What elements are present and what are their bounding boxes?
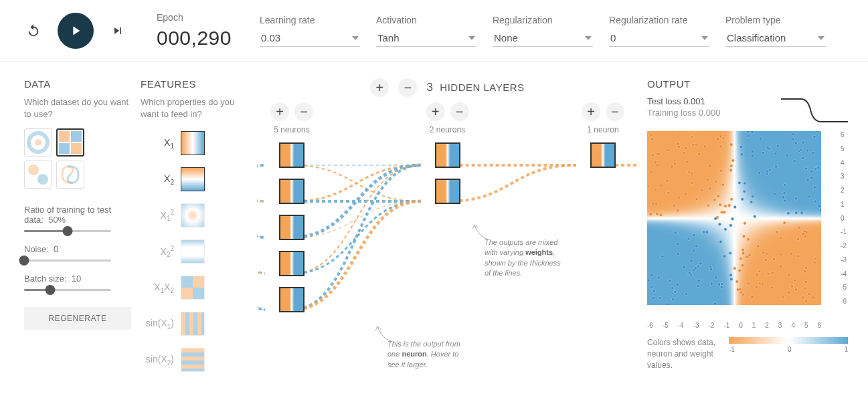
layer-remove-neuron[interactable]: − bbox=[606, 102, 624, 121]
colorbar-section: Colors shows data, neuron and weight val… bbox=[647, 337, 848, 371]
svg-rect-3 bbox=[71, 131, 82, 142]
add-layer-button[interactable]: + bbox=[370, 78, 389, 97]
feature-1[interactable]: X2 bbox=[141, 165, 248, 194]
callout-neuron: This is the output from one neuron. Hove… bbox=[387, 339, 468, 370]
colorbar-label: Colors shows data, neuron and weight val… bbox=[647, 337, 721, 371]
param-regularization: Regularization None bbox=[493, 15, 593, 47]
play-icon bbox=[68, 23, 83, 38]
feature-2[interactable]: X12 bbox=[141, 201, 248, 230]
reset-button[interactable] bbox=[24, 21, 43, 40]
dataset-circle[interactable] bbox=[24, 128, 52, 157]
features-subtitle: Which properties do you want to feed in? bbox=[141, 96, 248, 120]
param-problem-type: Problem type Classification bbox=[725, 15, 826, 47]
layer-1: + − 2 neurons bbox=[426, 102, 469, 323]
dropdown-1[interactable]: Tanh bbox=[376, 29, 476, 47]
step-icon bbox=[111, 24, 124, 37]
network-column: + − 3HIDDEN LAYERS + − 5 neurons + − 2 n… bbox=[257, 78, 638, 381]
chevron-down-icon bbox=[818, 36, 824, 40]
output-column: OUTPUT Test loss 0.001 Training loss 0.0… bbox=[647, 78, 848, 381]
dropdown-4[interactable]: Classification bbox=[725, 29, 826, 47]
svg-point-6 bbox=[28, 165, 39, 175]
batch-label: Batch size: 10 bbox=[24, 274, 131, 284]
callout-weights: The outputs are mixed with varying weigh… bbox=[485, 237, 565, 279]
neuron-0-2[interactable] bbox=[279, 215, 305, 240]
feature-label: sin(X1) bbox=[141, 318, 174, 330]
callout-arrow-icon bbox=[374, 324, 394, 344]
ratio-slider[interactable] bbox=[24, 230, 111, 232]
network-header: + − 3HIDDEN LAYERS bbox=[257, 78, 638, 97]
regenerate-button[interactable]: REGENERATE bbox=[24, 307, 131, 330]
epoch-label: Epoch bbox=[157, 12, 244, 23]
svg-point-1 bbox=[35, 139, 41, 146]
feature-3[interactable]: X22 bbox=[141, 237, 248, 266]
feature-thumb bbox=[181, 131, 205, 155]
feature-thumb bbox=[181, 239, 205, 264]
dropdown-2[interactable]: None bbox=[493, 29, 593, 47]
feature-5[interactable]: sin(X1) bbox=[141, 309, 248, 338]
batch-slider[interactable] bbox=[24, 289, 111, 291]
chevron-down-icon bbox=[468, 36, 475, 40]
loss-curve bbox=[781, 96, 848, 124]
neuron-2-0[interactable] bbox=[590, 142, 616, 168]
neuron-0-0[interactable] bbox=[279, 142, 305, 168]
layer-add-neuron[interactable]: + bbox=[270, 102, 289, 121]
step-button[interactable] bbox=[108, 21, 127, 40]
chevron-down-icon bbox=[701, 36, 708, 40]
layer-add-neuron[interactable]: + bbox=[582, 102, 600, 121]
dataset-spiral[interactable] bbox=[56, 161, 84, 189]
feature-thumb bbox=[181, 312, 205, 336]
svg-rect-4 bbox=[59, 143, 70, 154]
reset-icon bbox=[26, 23, 41, 38]
neuron-0-1[interactable] bbox=[279, 179, 305, 204]
dropdown-3[interactable]: 0 bbox=[609, 29, 709, 47]
svg-point-7 bbox=[37, 174, 48, 185]
data-subtitle: Which dataset do you want to use? bbox=[24, 96, 131, 120]
neuron-0-3[interactable] bbox=[279, 251, 305, 276]
layer-2: + − 1 neuron bbox=[582, 102, 624, 323]
output-heatmap: 6543210-1-2-3-4-5-6 -6-5-4-3-2-10123456 bbox=[647, 131, 835, 318]
layer-add-neuron[interactable]: + bbox=[426, 102, 445, 121]
param-learning-rate: Learning rate 0.03 bbox=[260, 15, 360, 47]
param-regularization-rate: Regularization rate 0 bbox=[609, 15, 709, 47]
dataset-gauss[interactable] bbox=[24, 161, 52, 189]
feature-label: X12 bbox=[141, 209, 174, 222]
feature-label: sin(X2) bbox=[141, 354, 174, 367]
noise-slider[interactable] bbox=[24, 260, 111, 262]
layer-neuron-count: 1 neuron bbox=[587, 125, 618, 134]
feature-thumb bbox=[181, 203, 205, 227]
epoch-value: 000,290 bbox=[157, 27, 244, 49]
feature-thumb bbox=[181, 276, 205, 300]
param-activation: Activation Tanh bbox=[376, 15, 476, 47]
dataset-xor[interactable] bbox=[56, 128, 84, 157]
neuron-0-4[interactable] bbox=[279, 287, 305, 312]
heatmap-canvas[interactable] bbox=[647, 131, 821, 305]
noise-label: Noise: 0 bbox=[24, 244, 131, 254]
dataset-grid bbox=[24, 128, 131, 189]
svg-rect-2 bbox=[59, 131, 70, 142]
layer-0: + − 5 neurons bbox=[270, 102, 313, 323]
play-button[interactable] bbox=[58, 13, 94, 49]
feature-6[interactable]: sin(X2) bbox=[141, 345, 248, 375]
feature-0[interactable]: X1 bbox=[141, 128, 248, 158]
feature-label: X22 bbox=[141, 245, 174, 258]
remove-layer-button[interactable]: − bbox=[398, 78, 417, 97]
dropdown-0[interactable]: 0.03 bbox=[260, 29, 360, 47]
feature-4[interactable]: X1X2 bbox=[141, 273, 248, 302]
data-column: DATA Which dataset do you want to use? R… bbox=[24, 78, 131, 381]
output-title: OUTPUT bbox=[647, 78, 848, 90]
features-title: FEATURES bbox=[141, 78, 248, 90]
layer-remove-neuron[interactable]: − bbox=[450, 102, 469, 121]
feature-thumb bbox=[181, 167, 205, 191]
chevron-down-icon bbox=[585, 36, 592, 40]
layers-row: + − 5 neurons + − 2 neurons + − 1 neuron bbox=[270, 102, 624, 323]
callout-arrow-icon bbox=[471, 223, 491, 243]
neuron-1-0[interactable] bbox=[435, 142, 460, 168]
data-title: DATA bbox=[24, 78, 131, 90]
neuron-1-1[interactable] bbox=[435, 179, 460, 204]
epoch-group: Epoch 000,290 bbox=[157, 12, 244, 49]
svg-rect-5 bbox=[71, 143, 82, 154]
layer-remove-neuron[interactable]: − bbox=[294, 102, 313, 121]
axis-y: 6543210-1-2-3-4-5-6 bbox=[841, 131, 847, 305]
feature-label: X2 bbox=[141, 173, 174, 186]
features-column: FEATURES Which properties do you want to… bbox=[141, 78, 248, 381]
